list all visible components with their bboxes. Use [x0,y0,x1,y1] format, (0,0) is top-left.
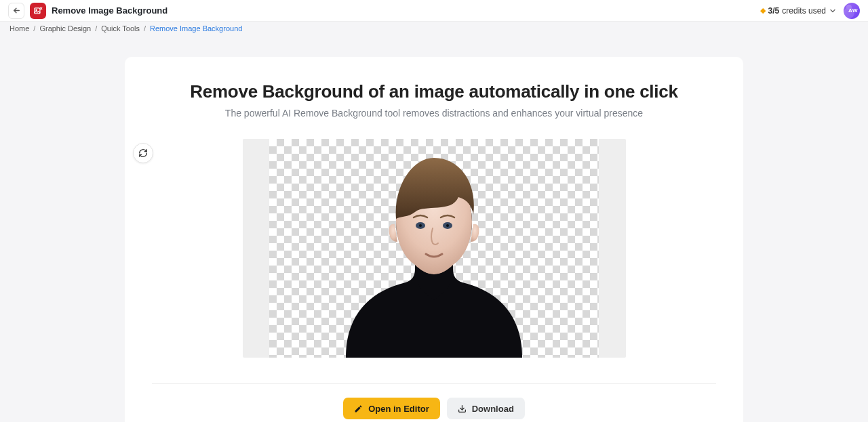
refresh-icon [138,148,148,158]
breadcrumb-separator: / [144,24,146,33]
action-bar: Open in Editor Download [152,398,716,419]
hero-title: Remove Background of an image automatica… [152,81,716,102]
breadcrumb-separator: / [33,24,35,33]
stage-wrap [152,139,716,358]
crumb-graphic-design[interactable]: Graphic Design [39,24,91,33]
top-bar-right: ◆ 3/5 credits used AW [760,3,860,19]
image-stage [243,139,626,358]
chevron-down-icon [829,7,837,15]
main-card: Remove Background of an image automatica… [125,57,743,422]
download-label: Download [472,404,514,414]
subject-preview [332,139,536,358]
hero-subtitle: The powerful AI Remove Background tool r… [152,108,716,119]
svg-point-6 [419,224,422,227]
open-editor-button[interactable]: Open in Editor [343,398,440,419]
download-button[interactable]: Download [447,398,525,419]
reset-button[interactable] [133,143,153,163]
avatar-initials: AW [848,7,858,14]
svg-point-2 [36,9,37,10]
credits-count: 3/5 [768,6,780,16]
top-bar: Remove Image Background ◆ 3/5 credits us… [0,0,868,22]
page-title: Remove Image Background [52,5,167,16]
image-remove-icon [33,6,43,16]
pencil-icon [354,404,363,413]
avatar[interactable]: AW [844,3,860,19]
top-bar-left: Remove Image Background [8,3,167,19]
crumb-quick-tools[interactable]: Quick Tools [101,24,140,33]
credits-label: credits used [782,6,826,16]
app-icon [30,3,46,19]
back-button[interactable] [8,3,24,19]
credit-icon: ◆ [760,6,766,15]
credits-dropdown[interactable]: ◆ 3/5 credits used [760,6,837,16]
svg-point-8 [446,224,449,227]
arrow-left-icon [12,6,21,15]
transparent-canvas [269,139,599,358]
divider [152,383,716,384]
breadcrumb: Home / Graphic Design / Quick Tools / Re… [0,22,868,35]
open-editor-label: Open in Editor [368,404,429,414]
download-icon [458,404,467,413]
breadcrumb-separator: / [95,24,97,33]
crumb-home[interactable]: Home [9,24,29,33]
crumb-current: Remove Image Background [150,24,242,33]
